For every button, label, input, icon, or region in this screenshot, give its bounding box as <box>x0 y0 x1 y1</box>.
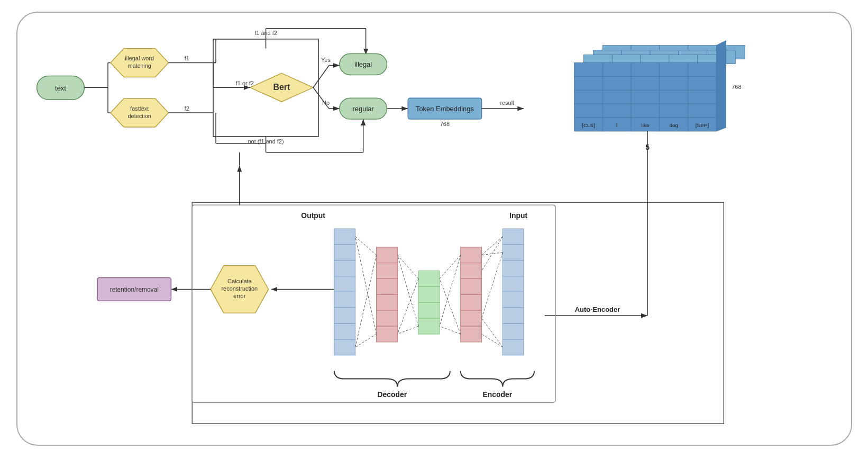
text-label: text <box>55 84 66 92</box>
ae-dec-pink-to-output <box>355 237 376 347</box>
tensor-3d: [CLS] I like dog [SEP] 768 5 <box>574 41 744 151</box>
ae-green-to-dec-pink <box>397 255 418 334</box>
calc-label-3: error <box>233 293 245 299</box>
svg-rect-77 <box>334 260 355 276</box>
svg-rect-60 <box>460 263 481 279</box>
ae-encoder-connections <box>481 237 502 347</box>
svg-line-93 <box>397 255 418 279</box>
f1-or-f2-label: f1 or f2 <box>235 80 253 86</box>
svg-rect-53 <box>502 260 524 276</box>
calc-label-1: Calculate <box>227 278 252 284</box>
encoder-brace: Encoder <box>460 371 534 399</box>
svg-rect-71 <box>376 279 397 295</box>
svg-rect-44 <box>688 104 716 118</box>
svg-rect-27 <box>631 63 660 77</box>
svg-rect-55 <box>502 292 524 308</box>
svg-rect-31 <box>602 76 631 90</box>
decoder-label: Decoder <box>377 390 407 399</box>
svg-rect-41 <box>602 104 631 118</box>
svg-rect-79 <box>334 292 355 308</box>
bottom-section-border <box>192 202 724 424</box>
ae-pink-to-green <box>439 255 460 334</box>
svg-rect-62 <box>460 294 481 310</box>
svg-rect-33 <box>659 76 688 90</box>
illegal-label: illegal <box>354 60 372 68</box>
svg-rect-65 <box>418 271 440 287</box>
svg-rect-52 <box>502 245 524 260</box>
svg-rect-74 <box>376 326 397 342</box>
svg-rect-37 <box>631 90 660 104</box>
bert-label: Bert <box>273 83 290 92</box>
svg-rect-67 <box>418 302 440 318</box>
svg-rect-81 <box>334 323 355 339</box>
svg-rect-68 <box>418 318 440 334</box>
ae-encoder-pink <box>460 247 481 342</box>
svg-rect-39 <box>688 90 716 104</box>
svg-rect-82 <box>334 339 355 355</box>
svg-line-91 <box>439 279 460 334</box>
svg-rect-25 <box>574 63 602 77</box>
768-token-label: 768 <box>440 121 449 127</box>
svg-rect-30 <box>574 76 602 90</box>
token-embeddings-node: Token Embeddings <box>408 98 481 119</box>
svg-rect-40 <box>574 104 602 118</box>
svg-rect-59 <box>460 247 481 263</box>
svg-line-89 <box>439 255 460 279</box>
f2-label: f2 <box>184 105 189 112</box>
no-label: No <box>322 100 330 106</box>
svg-line-94 <box>397 279 418 334</box>
svg-rect-72 <box>376 294 397 310</box>
svg-rect-80 <box>334 308 355 323</box>
svg-line-95 <box>397 255 418 326</box>
regular-node: regular <box>339 98 387 119</box>
calc-error-node: Calculate reconstruction error <box>211 266 268 313</box>
yes-label: Yes <box>321 57 331 63</box>
svg-line-92 <box>439 326 460 334</box>
cls-label: [CLS] <box>582 122 595 128</box>
fasttext-label-1: fasttext <box>130 105 149 112</box>
svg-line-99 <box>355 237 376 334</box>
svg-rect-78 <box>334 276 355 292</box>
f1-label: f1 <box>184 55 189 61</box>
svg-rect-58 <box>502 339 524 355</box>
input-label: Input <box>509 211 527 220</box>
svg-rect-75 <box>334 229 355 245</box>
svg-rect-28 <box>659 63 688 77</box>
svg-rect-42 <box>631 104 660 118</box>
svg-line-96 <box>397 326 418 334</box>
svg-line-98 <box>355 255 376 347</box>
i-label: I <box>616 122 617 128</box>
svg-rect-54 <box>502 276 524 292</box>
regular-label: regular <box>352 105 374 113</box>
svg-rect-29 <box>688 63 716 77</box>
illegal-word-node: illegal word matching <box>111 49 168 77</box>
svg-rect-69 <box>376 247 397 263</box>
ae-output-layer <box>334 229 355 355</box>
decoder-brace: Decoder <box>334 371 450 399</box>
svg-line-83 <box>481 237 502 255</box>
svg-rect-32 <box>631 76 660 90</box>
svg-rect-57 <box>502 323 524 339</box>
ae-decoder-pink <box>376 247 397 342</box>
svg-line-97 <box>355 237 376 255</box>
svg-line-86 <box>481 253 502 318</box>
svg-marker-50 <box>716 41 726 131</box>
svg-rect-64 <box>460 326 481 342</box>
svg-rect-66 <box>418 286 440 302</box>
svg-rect-35 <box>574 90 602 104</box>
svg-rect-51 <box>502 229 524 245</box>
like-label: like <box>641 122 649 128</box>
text-node: text <box>36 76 84 100</box>
svg-rect-38 <box>659 90 688 104</box>
svg-rect-76 <box>334 245 355 260</box>
svg-rect-61 <box>460 279 481 295</box>
svg-rect-43 <box>659 104 688 118</box>
illegal-word-label-1: illegal word <box>125 55 154 61</box>
illegal-word-label-2: matching <box>127 62 151 69</box>
svg-rect-26 <box>602 63 631 77</box>
token-embeddings-label: Token Embeddings <box>415 105 473 113</box>
calc-label-2: reconstruction <box>221 285 258 292</box>
fasttext-node: fasttext detection <box>111 98 168 127</box>
fasttext-label-2: detection <box>127 113 151 119</box>
encoder-label: Encoder <box>482 390 512 399</box>
